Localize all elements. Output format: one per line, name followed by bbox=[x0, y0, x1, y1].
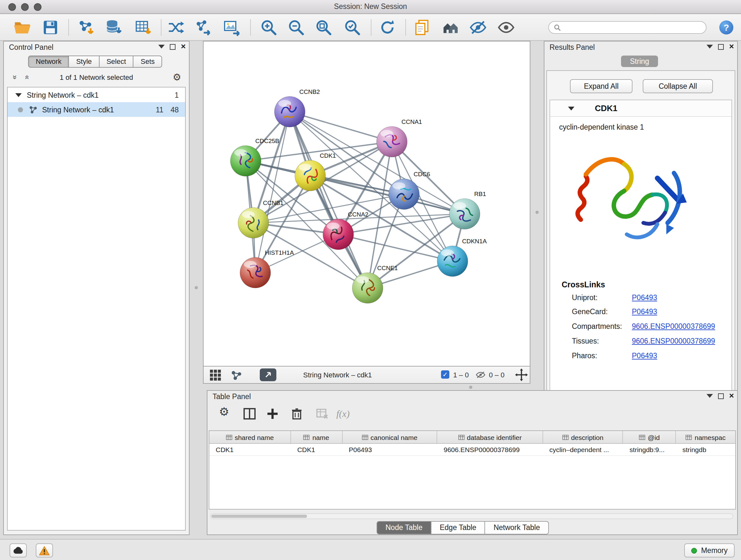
save-session-icon[interactable] bbox=[42, 18, 59, 37]
network-node-CDK1[interactable]: CDK1 bbox=[295, 152, 336, 191]
zoom-selected-icon[interactable] bbox=[343, 18, 361, 37]
crosslink-compartments-link[interactable]: 9606.ENSP00000378699 bbox=[632, 322, 715, 330]
help-icon[interactable]: ? bbox=[719, 20, 733, 35]
pan-crosshair-icon[interactable] bbox=[515, 368, 528, 381]
network-node-RB1[interactable]: RB1 bbox=[449, 191, 486, 229]
network-selection-status: 1 of 1 Network selected bbox=[4, 73, 189, 81]
houses-icon[interactable] bbox=[442, 18, 460, 37]
zoom-in-icon[interactable] bbox=[260, 18, 278, 37]
node-label: HIST1H1A bbox=[265, 249, 294, 256]
tab-edge-table[interactable]: Edge Table bbox=[431, 521, 485, 535]
float-panel-icon[interactable] bbox=[718, 44, 724, 50]
warning-icon[interactable] bbox=[36, 543, 53, 557]
table-row[interactable]: CDK1 CDK1 P06493 9606.ENSP00000378699 cy… bbox=[209, 444, 735, 456]
horizontal-scrollbar[interactable] bbox=[210, 513, 733, 519]
import-network-database-icon[interactable] bbox=[105, 18, 123, 37]
panel-menu-caret-icon[interactable] bbox=[707, 45, 713, 49]
section-caret-icon[interactable] bbox=[568, 107, 575, 111]
node-label: CCNB2 bbox=[299, 88, 320, 95]
network-status-dot bbox=[18, 107, 23, 112]
crosslink-genecard-link[interactable]: P06493 bbox=[632, 308, 657, 315]
network-view-title: String Network – cdk1 bbox=[303, 371, 372, 379]
crosslink-tissues-link[interactable]: 9606.ENSP00000378699 bbox=[632, 337, 715, 345]
control-panel: Control Panel × Network Style Select Set… bbox=[3, 41, 190, 535]
expand-all-button[interactable]: Expand All bbox=[570, 79, 632, 93]
network-options-gear-icon[interactable]: ⚙ bbox=[173, 73, 181, 82]
hidden-eye-slash-icon[interactable] bbox=[475, 370, 486, 379]
import-table-icon[interactable] bbox=[134, 18, 152, 37]
network-node-HIST1H1A[interactable]: HIST1H1A bbox=[240, 249, 294, 288]
node-label: RB1 bbox=[474, 191, 486, 197]
open-in-external-icon[interactable] bbox=[260, 368, 276, 381]
delete-column-icon[interactable] bbox=[290, 408, 303, 420]
hide-selected-eye-slash-icon[interactable] bbox=[469, 18, 487, 37]
float-panel-icon[interactable] bbox=[718, 393, 724, 399]
panel-menu-caret-icon[interactable] bbox=[707, 394, 713, 398]
table-tabs: Node Table Edge Table Network Table bbox=[377, 521, 549, 535]
memory-button[interactable]: Memory bbox=[684, 543, 735, 557]
column-header[interactable]: namespac bbox=[676, 431, 735, 443]
add-column-icon[interactable] bbox=[266, 408, 279, 420]
tab-style[interactable]: Style bbox=[69, 56, 99, 68]
zoom-fit-icon[interactable] bbox=[315, 18, 333, 37]
network-graph[interactable]: CCNB2 CCNA1 CDC25B CDK1 CDC6 RB1 CCNB1 C… bbox=[204, 42, 530, 367]
delete-table-icon-disabled bbox=[316, 408, 329, 420]
node-label: CCNA2 bbox=[348, 211, 368, 218]
close-panel-icon[interactable]: × bbox=[729, 44, 734, 50]
tab-string[interactable]: String bbox=[621, 56, 658, 67]
tab-sets[interactable]: Sets bbox=[134, 56, 162, 68]
network-collection-row[interactable]: String Network – cdk1 1 bbox=[8, 87, 185, 102]
tab-network-table[interactable]: Network Table bbox=[485, 521, 549, 535]
birdseye-view-icon[interactable] bbox=[209, 369, 221, 381]
export-image-icon[interactable] bbox=[223, 18, 241, 37]
column-header[interactable]: shared name bbox=[209, 431, 291, 443]
protein-section-header[interactable]: CDK1 bbox=[550, 100, 731, 117]
collection-caret-icon[interactable] bbox=[15, 93, 22, 97]
collapse-all-button[interactable]: Collapse All bbox=[643, 79, 713, 93]
right-splitter-handle[interactable] bbox=[536, 211, 539, 214]
node-label: CCNE1 bbox=[377, 265, 398, 271]
crosslink-uniprot-link[interactable]: P06493 bbox=[632, 294, 657, 301]
edge-count: 48 bbox=[171, 106, 179, 113]
column-header[interactable]: name bbox=[291, 431, 342, 443]
close-panel-icon[interactable]: × bbox=[181, 44, 186, 50]
tab-node-table[interactable]: Node Table bbox=[377, 521, 431, 535]
copy-document-icon[interactable] bbox=[413, 18, 431, 37]
crosslink-pharos-link[interactable]: P06493 bbox=[632, 352, 657, 360]
open-session-icon[interactable] bbox=[13, 18, 31, 37]
crosslink-label: GeneCard: bbox=[572, 308, 608, 315]
column-header[interactable]: canonical name bbox=[342, 431, 437, 443]
column-header[interactable]: @id bbox=[623, 431, 676, 443]
selection-counter: 1 – 0 bbox=[453, 371, 469, 379]
network-canvas[interactable]: CCNB2 CCNA1 CDC25B CDK1 CDC6 RB1 CCNB1 C… bbox=[203, 41, 530, 367]
panel-menu-caret-icon[interactable] bbox=[158, 45, 165, 49]
tab-select[interactable]: Select bbox=[99, 56, 134, 68]
float-panel-icon[interactable] bbox=[170, 44, 176, 50]
cloud-icon[interactable] bbox=[10, 543, 27, 557]
close-panel-icon[interactable]: × bbox=[729, 393, 734, 399]
column-header[interactable]: database identifier bbox=[437, 431, 543, 443]
show-all-eye-icon[interactable] bbox=[497, 18, 515, 37]
window-title: Session: New Session bbox=[0, 3, 741, 10]
bottom-splitter-handle[interactable] bbox=[469, 386, 472, 389]
scrollbar-thumb[interactable] bbox=[211, 515, 307, 518]
refresh-icon[interactable] bbox=[379, 18, 396, 37]
node-label: CCNB1 bbox=[263, 199, 283, 206]
table-options-gear-icon[interactable]: ⚙ bbox=[219, 408, 229, 416]
show-columns-icon[interactable] bbox=[243, 408, 256, 420]
left-splitter-handle[interactable] bbox=[195, 286, 198, 289]
share-network-icon[interactable] bbox=[230, 369, 243, 381]
title-bar: Session: New Session bbox=[0, 0, 741, 14]
export-network-icon[interactable] bbox=[194, 18, 212, 37]
selection-checkbox-icon[interactable]: ✓ bbox=[441, 370, 449, 379]
search-input[interactable] bbox=[561, 23, 701, 31]
new-network-icon[interactable] bbox=[166, 18, 185, 37]
zoom-out-icon[interactable] bbox=[287, 18, 305, 37]
tab-network[interactable]: Network bbox=[28, 56, 69, 68]
network-node-CCNA1[interactable]: CCNA1 bbox=[377, 118, 422, 157]
network-row[interactable]: String Network – cdk1 11 48 bbox=[8, 102, 185, 117]
column-header[interactable]: description bbox=[543, 431, 623, 443]
import-network-file-icon[interactable] bbox=[77, 18, 95, 37]
network-node-CDKN1A[interactable]: CDKN1A bbox=[437, 238, 487, 276]
network-node-CCNB2[interactable]: CCNB2 bbox=[274, 88, 320, 127]
